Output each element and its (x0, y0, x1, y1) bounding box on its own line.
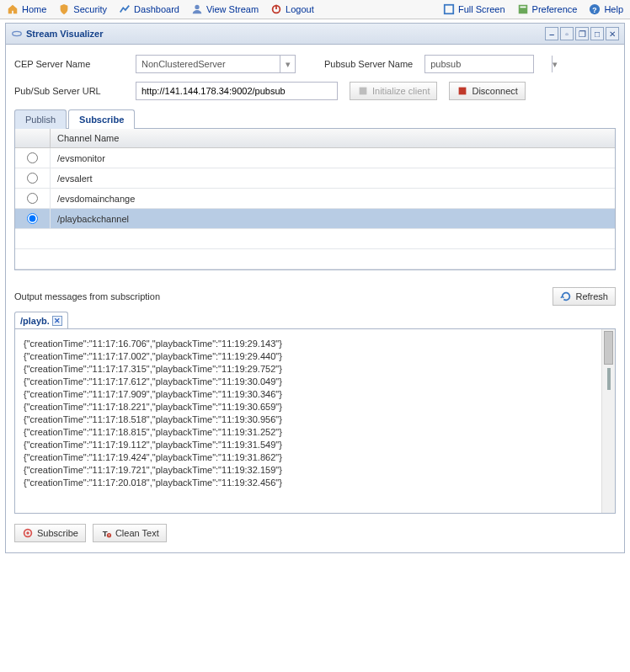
svg-rect-2 (275, 5, 277, 9)
nav-label: Logout (286, 4, 314, 14)
tab-subscribe[interactable]: Subscribe (68, 109, 135, 129)
close-icon[interactable]: ✕ (52, 316, 62, 326)
grid-header-name: Channel Name (51, 129, 615, 147)
nav-help[interactable]: ? Help (589, 3, 623, 15)
channel-name: /evsmonitor (51, 153, 615, 163)
pubsub-server-combo[interactable]: ▾ (424, 55, 534, 73)
svg-rect-9 (360, 88, 367, 95)
output-line: {"creationTime":"11:17:17.315","playback… (24, 363, 606, 376)
btn-label: Subscribe (37, 528, 78, 538)
user-icon (191, 3, 203, 15)
channel-radio[interactable] (27, 213, 38, 224)
scrollbar-vertical[interactable] (601, 329, 615, 513)
url-label: Pub/Sub Server URL (14, 86, 124, 96)
output-tab-label: /playb. (20, 316, 50, 326)
cep-server-label: CEP Server Name (14, 59, 124, 69)
top-nav: Home Security Dashboard View Stream Logo… (0, 0, 630, 19)
nav-label: Full Screen (458, 4, 505, 14)
output-line: {"creationTime":"11:17:18.221","playback… (24, 401, 606, 413)
window-cascade-button[interactable]: ❐ (575, 27, 589, 40)
grid-header-radio (15, 129, 51, 147)
window-minimize-button[interactable]: ‒ (545, 27, 558, 40)
output-line: {"creationTime":"11:17:20.018","playback… (24, 477, 606, 489)
table-row[interactable]: /evsmonitor (15, 148, 615, 168)
scroll-thumb[interactable] (604, 331, 613, 365)
clean-icon: Tx (100, 527, 112, 539)
table-row-empty (15, 229, 615, 249)
subscribe-icon (22, 527, 34, 539)
initialize-client-button[interactable]: Initialize client (350, 82, 437, 100)
output-line: {"creationTime":"11:17:19.721","playback… (24, 464, 606, 477)
svg-point-8 (13, 31, 22, 35)
pubsub-server-input[interactable] (425, 56, 552, 72)
channel-name: /playbackchannel (51, 214, 615, 224)
nav-label: Home (22, 4, 46, 14)
btn-label: Clean Text (115, 528, 159, 538)
nav-label: Security (73, 4, 107, 14)
btn-label: Refresh (575, 291, 608, 301)
output-line: {"creationTime":"11:17:19.424","playback… (24, 451, 606, 464)
table-row[interactable]: /evsalert (15, 168, 615, 189)
nav-logout[interactable]: Logout (270, 3, 314, 15)
output-line: {"creationTime":"11:17:18.518","playback… (24, 413, 606, 426)
btn-label: Disconnect (472, 86, 517, 96)
scroll-track-mark (607, 368, 611, 390)
stream-visualizer-panel: Stream Visualizer ‒ ▫ ❐ □ ✕ CEP Server N… (5, 23, 625, 553)
svg-rect-5 (520, 7, 526, 8)
url-input[interactable] (136, 82, 338, 100)
home-icon (7, 3, 19, 15)
nav-security[interactable]: Security (58, 3, 107, 15)
output-line: {"creationTime":"11:17:17.612","playback… (24, 376, 606, 388)
shield-icon (58, 3, 70, 15)
nav-fullscreen[interactable]: Full Screen (443, 3, 505, 15)
help-icon: ? (589, 3, 601, 15)
svg-rect-3 (445, 5, 454, 14)
channel-grid: Channel Name /evsmonitor/evsalert/evsdom… (14, 129, 616, 270)
nav-label: Preference (532, 4, 578, 14)
output-textarea[interactable]: {"creationTime":"11:17:16.706","playback… (14, 328, 616, 514)
main-tabs: Publish Subscribe (14, 109, 616, 129)
chart-icon (119, 3, 131, 15)
output-line: {"creationTime":"11:17:17.002","playback… (24, 350, 606, 363)
output-line: {"creationTime":"11:17:18.815","playback… (24, 426, 606, 439)
svg-point-12 (26, 531, 29, 535)
refresh-icon (560, 291, 572, 302)
nav-home[interactable]: Home (7, 3, 46, 15)
tab-publish[interactable]: Publish (14, 109, 67, 129)
nav-dashboard[interactable]: Dashboard (119, 3, 179, 15)
nav-view-stream[interactable]: View Stream (191, 3, 259, 15)
power-icon (270, 3, 282, 15)
clean-text-button[interactable]: Tx Clean Text (93, 524, 167, 542)
channel-name: /evsdomainchange (51, 194, 615, 204)
channel-name: /evsalert (51, 173, 615, 184)
window-maximize-button[interactable]: □ (590, 27, 604, 40)
panel-header: Stream Visualizer ‒ ▫ ❐ □ ✕ (6, 24, 624, 45)
channel-radio[interactable] (27, 193, 38, 204)
channel-radio[interactable] (27, 173, 38, 184)
fullscreen-icon (443, 3, 455, 15)
chevron-down-icon[interactable]: ▾ (280, 56, 295, 72)
output-line: {"creationTime":"11:17:19.112","playback… (24, 439, 606, 451)
disconnect-button[interactable]: Disconnect (449, 82, 525, 100)
output-tab-playback[interactable]: /playb. ✕ (14, 312, 68, 329)
stop-icon (456, 85, 468, 97)
cep-server-combo[interactable]: ▾ (136, 55, 296, 73)
refresh-button[interactable]: Refresh (553, 287, 616, 306)
svg-text:x: x (108, 532, 110, 537)
table-row-empty (15, 249, 615, 269)
window-close-button[interactable]: ✕ (606, 27, 619, 40)
subscribe-button[interactable]: Subscribe (14, 524, 86, 542)
window-restore-button[interactable]: ▫ (560, 27, 574, 40)
collapse-icon[interactable] (11, 28, 23, 40)
output-line: {"creationTime":"11:17:17.909","playback… (24, 388, 606, 401)
svg-rect-10 (459, 88, 467, 95)
nav-label: Help (604, 4, 623, 14)
chevron-down-icon[interactable]: ▾ (552, 56, 558, 72)
svg-point-0 (195, 5, 199, 9)
channel-radio[interactable] (27, 152, 38, 163)
cep-server-input[interactable] (136, 56, 280, 72)
nav-preference[interactable]: Preference (517, 3, 578, 15)
output-line: {"creationTime":"11:17:16.706","playback… (24, 338, 606, 350)
table-row[interactable]: /evsdomainchange (15, 189, 615, 209)
table-row[interactable]: /playbackchannel (15, 209, 615, 229)
